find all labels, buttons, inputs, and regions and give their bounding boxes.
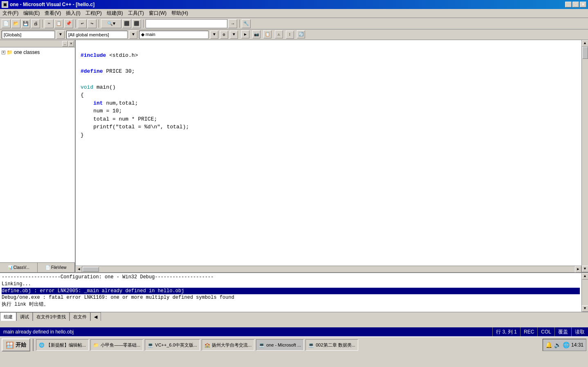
menu-help[interactable]: 帮助(H): [169, 9, 191, 18]
menu-window[interactable]: 窗口(W): [146, 9, 169, 18]
menu-edit[interactable]: 编辑(E): [21, 9, 42, 18]
debug-btn5[interactable]: ↕: [286, 31, 294, 39]
task-icon-3: 🏫: [204, 342, 210, 348]
output-tab-find1[interactable]: 在文件1中查找: [33, 312, 70, 321]
debug-btn1[interactable]: ▶: [241, 30, 249, 38]
debug-btn6[interactable]: 🔄: [297, 30, 305, 38]
scroll-down-btn[interactable]: ▼: [582, 266, 588, 272]
task-label-2: VC++_6.0中英文版...: [155, 342, 197, 348]
scroll-right-btn[interactable]: ▶: [575, 266, 581, 273]
paste-button[interactable]: 📌: [64, 19, 73, 28]
app-icon: ▣: [2, 1, 8, 8]
menu-file[interactable]: 文件(F): [0, 9, 21, 18]
taskbar-task-0[interactable]: 🌐 【新提醒】编辑帖...: [36, 339, 89, 351]
output-tab-debug[interactable]: 调试: [16, 312, 33, 321]
tray-icon-2: 🔊: [554, 342, 561, 349]
members-arrow[interactable]: ▼: [129, 31, 137, 39]
go-button[interactable]: →: [228, 19, 237, 28]
taskbar-task-3[interactable]: 🏫 扬州大学自考交流...: [202, 339, 254, 351]
scroll-thumb-h[interactable]: [83, 267, 99, 272]
function-select-dropdown[interactable]: ◆ main: [139, 31, 209, 39]
task-icon-2: 💻: [148, 342, 153, 348]
status-position: 行 3, 列 1: [492, 327, 520, 336]
minimize-button[interactable]: _: [565, 2, 572, 7]
menu-project[interactable]: 工程(P): [83, 9, 104, 18]
cut-button[interactable]: ✂: [45, 19, 54, 28]
sidebar-title: [1, 41, 2, 46]
sidebar-content: + 📁 one classes: [0, 47, 75, 262]
output-tab-extra[interactable]: ◀: [90, 312, 101, 321]
output-scrollbar[interactable]: ▲ ▼: [581, 273, 588, 312]
sep3: [99, 20, 99, 28]
output-scroll-up[interactable]: ▲: [582, 273, 588, 280]
tree-expand-icon[interactable]: +: [2, 51, 5, 54]
scroll-up-btn[interactable]: ▲: [582, 40, 588, 47]
menu-tools[interactable]: 工具(T): [126, 9, 146, 18]
sidebar-minimize-btn[interactable]: _: [62, 41, 68, 47]
output-line-4: Debug/one.exe : fatal error LNK1169: one…: [2, 294, 580, 301]
replace-button[interactable]: ⬛: [132, 19, 141, 28]
tree-item-label: one classes: [14, 49, 40, 55]
redo-button[interactable]: ↪: [88, 19, 97, 28]
globals-arrow[interactable]: ▼: [56, 31, 65, 39]
menu-view[interactable]: 查看(V): [42, 9, 63, 18]
search-button[interactable]: ⬛: [122, 19, 131, 28]
debug-btn4[interactable]: ⚠: [275, 30, 283, 38]
function-arrow[interactable]: ▼: [210, 31, 218, 39]
copy-button[interactable]: 📋: [54, 19, 63, 28]
fileview-icon: 📄: [45, 265, 50, 270]
scroll-left-btn[interactable]: ◀: [76, 266, 82, 273]
extra-button[interactable]: 🔧: [242, 19, 251, 28]
classview-tab[interactable]: 📊 ClassV...: [0, 263, 38, 272]
debug-btn2[interactable]: 📷: [252, 30, 260, 38]
fileview-tab[interactable]: 📄 FileView: [38, 263, 75, 272]
close-button[interactable]: ✕: [580, 2, 586, 7]
menu-insert[interactable]: 插入(I): [63, 9, 83, 18]
title-bar-left: ▣ one - Microsoft Visual C++ - [hello.c]: [2, 1, 94, 8]
members-dropdown[interactable]: [All global members]: [66, 31, 128, 39]
start-button[interactable]: 🪟 开始: [2, 338, 30, 351]
function-dropdown[interactable]: [146, 19, 227, 28]
nav-settings-btn[interactable]: ⚙: [220, 31, 228, 39]
output-tab-build[interactable]: 组建: [0, 312, 16, 321]
code-content: #include <stdio.h> #define PRICE 30; voi…: [76, 40, 581, 142]
taskbar-task-1[interactable]: 📁 小甲鱼——零基础...: [90, 339, 143, 351]
task-icon-4: 💻: [259, 342, 265, 348]
start-icon: 🪟: [6, 341, 14, 349]
save-all-button[interactable]: 🖨: [31, 19, 40, 28]
find-button[interactable]: 🔍▼: [101, 19, 121, 28]
include-kw: #include: [81, 52, 106, 58]
sidebar-close-btn[interactable]: ✕: [68, 41, 74, 47]
output-scroll-down[interactable]: ▼: [582, 305, 588, 312]
globals-dropdown[interactable]: [Globals]: [2, 31, 55, 39]
debug-btn3[interactable]: 📋: [263, 30, 272, 38]
output-tab-find2[interactable]: 在文件: [70, 312, 90, 321]
tray-time: 14:31: [571, 342, 584, 348]
code-editor[interactable]: #include <stdio.h> #define PRICE 30; voi…: [76, 40, 581, 266]
taskbar-task-4[interactable]: 💻 one - Microsoft ...: [256, 339, 304, 351]
open-button[interactable]: 📂: [11, 19, 20, 28]
new-file-button[interactable]: 📄: [2, 19, 11, 28]
title-bar-buttons[interactable]: _ □ ✕: [565, 2, 586, 7]
undo-button[interactable]: ↩: [78, 19, 87, 28]
void-kw: void: [81, 84, 93, 90]
tree-item-one-classes[interactable]: + 📁 one classes: [2, 49, 73, 56]
task-icon-5: 💻: [308, 342, 314, 348]
editor-area: #include <stdio.h> #define PRICE 30; voi…: [76, 40, 588, 272]
maximize-button[interactable]: □: [572, 2, 579, 7]
define-kw: #define: [81, 68, 103, 74]
menu-build[interactable]: 组建(B): [104, 9, 126, 18]
status-bar: main already defined in hello.obj 行 3, 列…: [0, 327, 588, 336]
taskbar-task-5[interactable]: 💻 002第二章 数据类...: [305, 339, 358, 351]
editor-right: #include <stdio.h> #define PRICE 30; voi…: [76, 40, 581, 272]
output-line-5: 执行 link 时出错。: [2, 301, 580, 308]
title-bar-text: one - Microsoft Visual C++ - [hello.c]: [10, 2, 94, 7]
horizontal-scrollbar[interactable]: ◀ ▶: [76, 266, 581, 272]
vertical-scrollbar[interactable]: ▲ ▼: [581, 40, 588, 272]
classview-icon: 📊: [8, 265, 13, 270]
taskbar-task-2[interactable]: 💻 VC++_6.0中英文版...: [145, 339, 200, 351]
save-button[interactable]: 💾: [21, 19, 30, 28]
status-rec: REC: [520, 327, 537, 336]
nav-btn1[interactable]: ▼: [230, 31, 238, 39]
scroll-thumb-v[interactable]: [582, 47, 588, 59]
